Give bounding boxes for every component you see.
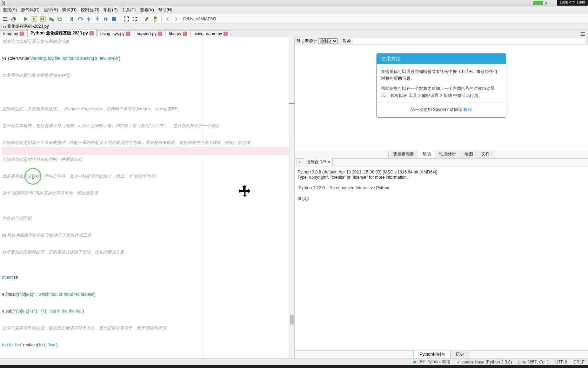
- code-line: 就是用事先定义好的一些特定字符、及这些特定字符的组合，组成一个"规则字符串": [2, 172, 292, 180]
- code-line: [2, 298, 292, 307]
- code-line: [2, 88, 292, 96]
- tab-label: using_sys.py: [100, 31, 125, 36]
- maximize-pane-icon[interactable]: [122, 15, 130, 23]
- scroll-thumb[interactable]: [290, 315, 294, 324]
- close-icon[interactable]: ×: [223, 32, 228, 36]
- status-eol[interactable]: CRLF: [574, 360, 584, 364]
- fullscreen-icon[interactable]: [131, 15, 139, 23]
- help-footer: 第一次使用 Spyder? 请阅读 教程: [381, 106, 502, 113]
- menu-find[interactable]: 查找(S): [1, 6, 19, 14]
- status-conda[interactable]: ✓ conda: base (Python 3.8.8): [457, 360, 512, 364]
- help-source-row: 帮助来源于 控制台 对象: [295, 37, 588, 45]
- debug-icon[interactable]: [68, 15, 76, 23]
- continue-icon[interactable]: [102, 15, 109, 23]
- menubar[interactable]: 查找(S) 源代码(C) 运行(R) 调试(D) 控制台(O) 项目(P) 工具…: [0, 6, 588, 14]
- editor-pane: 后者也可以用于显示警告和错误信息 ys.stderr.write('Warnin…: [0, 37, 295, 358]
- menu-view[interactable]: 查看(V): [138, 6, 156, 14]
- stop-debug-icon[interactable]: [110, 15, 118, 23]
- code-line: [2, 223, 292, 231]
- tutorial-link[interactable]: 教程: [463, 107, 472, 112]
- menu-help[interactable]: 帮助(H): [156, 6, 175, 14]
- help-source-select[interactable]: 控制台: [319, 38, 338, 44]
- nav-back-icon[interactable]: [164, 15, 172, 23]
- tab-using-name[interactable]: using_name.py×: [191, 30, 231, 37]
- code-line: [2, 147, 292, 155]
- status-lsp[interactable]: LSP Python: 就绪: [413, 359, 450, 365]
- toolbar: @ C:\Users\MIAPAD: [0, 14, 588, 24]
- run-cell-advance-icon[interactable]: [39, 15, 47, 23]
- tab-label: Python 量化编程基础-2023.py: [31, 30, 88, 36]
- status-encoding[interactable]: UTF-8: [555, 360, 567, 364]
- editor-scrollbar[interactable]: [289, 37, 294, 358]
- close-icon[interactable]: ×: [126, 32, 130, 36]
- step-into-icon[interactable]: [85, 15, 93, 23]
- breadcrumb-seg-0[interactable]: n: [1, 24, 4, 29]
- console-tab-1a[interactable]: 控制台 1/A×: [304, 158, 333, 166]
- move-arrows-icon: [238, 184, 252, 201]
- os-taskbar[interactable]: [0, 365, 588, 368]
- code-line: [2, 256, 292, 265]
- tab-help[interactable]: 帮助: [418, 149, 435, 158]
- code-line: [2, 315, 292, 324]
- cursor-highlight-icon: [25, 168, 41, 185]
- close-icon[interactable]: ×: [20, 32, 24, 36]
- code-line: 后者也可以用于显示警告和错误信息: [2, 37, 292, 46]
- run-file-icon[interactable]: [22, 15, 30, 23]
- menu-tools[interactable]: 工具(T): [120, 6, 138, 14]
- status-line-col[interactable]: Line 9867, Col 1: [518, 360, 549, 364]
- menu-run[interactable]: 运行(R): [42, 6, 60, 14]
- tab-plots[interactable]: 绘图: [460, 149, 477, 158]
- close-icon[interactable]: ×: [89, 31, 94, 35]
- help-card: 使用方法 在这里你可以通过在编辑器或者终端中按 Ctrl+I 来获得任何对象的帮…: [376, 53, 506, 118]
- code-editor[interactable]: 后者也可以用于显示警告和错误信息 ys.stderr.write('Warnin…: [0, 37, 294, 358]
- tab-using-sys[interactable]: using_sys.py×: [97, 30, 133, 37]
- console-line: Python 3.8.8 (default, Apr 13 2021, 15:0…: [298, 170, 437, 175]
- code-line: [2, 96, 292, 105]
- help-source-label: 帮助来源于: [296, 38, 317, 44]
- help-object-input[interactable]: [353, 38, 587, 44]
- step-over-icon[interactable]: [76, 15, 84, 23]
- close-icon[interactable]: ×: [328, 160, 330, 165]
- outline-icon[interactable]: [1, 15, 9, 23]
- ipython-console[interactable]: Python 3.8.8 (default, Apr 13 2021, 15:0…: [295, 166, 588, 350]
- tab-support[interactable]: support.py×: [134, 30, 165, 37]
- working-dir[interactable]: C:\Users\MIAPAD: [183, 17, 216, 21]
- rerun-icon[interactable]: [56, 15, 64, 23]
- tab-ipython-console[interactable]: IPython控制台: [413, 350, 451, 359]
- tab-profiler[interactable]: 性能分析: [435, 149, 461, 158]
- menu-consoles[interactable]: 控制台(O): [79, 6, 101, 14]
- run-selection-icon[interactable]: [47, 15, 55, 23]
- tab-label: using_name.py: [194, 31, 222, 36]
- tab-options-icon[interactable]: [579, 30, 587, 38]
- tab-quant-2023[interactable]: Python 量化编程基础-2023.py×: [27, 29, 97, 37]
- tab-temp[interactable]: temp.py×: [0, 30, 27, 37]
- console-menu-icon[interactable]: [296, 160, 303, 166]
- code-line: 正则表达式是对字符串操作的一种逻辑公式: [2, 155, 292, 164]
- code-line: [2, 265, 292, 273]
- close-icon[interactable]: ×: [183, 32, 187, 36]
- console-tab-label: 控制台 1/A: [306, 159, 326, 165]
- python-path-icon[interactable]: [152, 15, 159, 23]
- menu-source[interactable]: 源代码(C): [19, 6, 42, 14]
- code-line: re 模块为高级字符串处理提供了正则表达式工具: [2, 231, 292, 239]
- help-card-title: 使用方法: [377, 54, 506, 64]
- tab-fibo[interactable]: fibo.py×: [166, 30, 190, 37]
- menu-debug[interactable]: 调试(D): [60, 6, 79, 14]
- step-out-icon[interactable]: [93, 15, 101, 23]
- code-line: 对于复杂的匹配和处理，正则表达式提供了简洁、优化的解决方案: [2, 248, 292, 256]
- code-line: 正则表达式使用单个字符串来描述、匹配一系列匹配某个句法规则的字符串，通常被用来检…: [2, 138, 292, 147]
- code-line: e.sub(r'(\b[a-z]+) \1', r'\1', 'cat in t…: [2, 307, 292, 315]
- tab-files[interactable]: 文件: [477, 149, 494, 158]
- code-line: [2, 332, 292, 341]
- at-icon[interactable]: @: [10, 15, 18, 23]
- menu-projects[interactable]: 项目(P): [101, 6, 120, 14]
- preferences-icon[interactable]: [143, 15, 151, 23]
- nav-forward-icon[interactable]: [172, 15, 180, 23]
- tab-varexp[interactable]: 变量管理器: [388, 149, 419, 158]
- tab-label: support.py: [137, 31, 156, 36]
- run-cell-icon[interactable]: [31, 15, 38, 23]
- close-icon[interactable]: ×: [158, 32, 162, 36]
- tab-history[interactable]: 历史: [450, 350, 469, 359]
- breadcrumb-seg-1[interactable]: 量化编程基础-2023.py: [7, 24, 49, 29]
- tab-label: fibo.py: [169, 31, 181, 36]
